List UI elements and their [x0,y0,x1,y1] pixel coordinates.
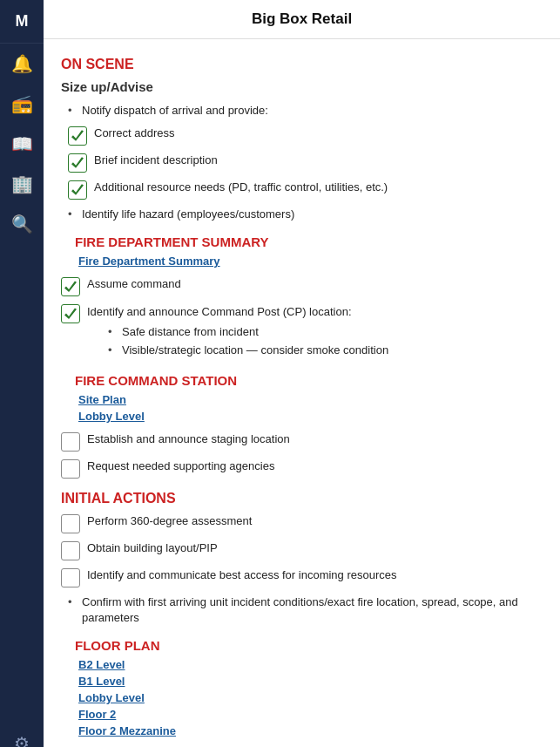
checkbox-brief-incident-box[interactable] [68,153,87,173]
floor-2-link[interactable]: Floor 2 [78,708,543,721]
checked-items-group: Correct address Brief incident descripti… [68,126,543,200]
checkbox-best-access[interactable]: Identify and communicate best access for… [61,567,543,587]
checkbox-assessment[interactable]: Perform 360-degree assessment [61,513,543,533]
cp-sub-bullet-2: Visible/strategic location — consider sm… [108,343,543,358]
checkbox-additional-resources-label: Additional resource needs (PD, traffic c… [94,180,543,195]
fire-command-indented: FIRE COMMAND STATION Site Plan Lobby Lev… [75,373,543,423]
lobby-level-floor-link[interactable]: Lobby Level [78,691,543,704]
floor-plan-section: FLOOR PLAN B2 Level B1 Level Lobby Level… [61,638,543,737]
checkbox-staging[interactable]: Establish and announce staging location [61,431,543,452]
b1-level-link[interactable]: B1 Level [78,675,543,688]
fire-dept-summary-section: FIRE DEPARTMENT SUMMARY Fire Department … [61,234,543,361]
checkbox-additional-resources[interactable]: Additional resource needs (PD, traffic c… [68,180,543,200]
checkbox-correct-address-label: Correct address [94,126,543,141]
site-plan-link[interactable]: Site Plan [78,393,543,406]
life-hazard-bullet: Identify life hazard (employees/customer… [68,207,543,222]
floor-plan-heading: FLOOR PLAN [75,638,543,653]
lobby-level-link[interactable]: Lobby Level [78,410,543,423]
life-hazard-list: Identify life hazard (employees/customer… [61,207,543,222]
fire-dept-summary-indented: FIRE DEPARTMENT SUMMARY Fire Department … [75,234,543,268]
checkbox-supporting-agencies-box[interactable] [61,459,80,479]
notify-list: Notify dispatch of arrival and provide: [61,103,543,119]
checkbox-assessment-label: Perform 360-degree assessment [87,513,543,529]
checkbox-staging-label: Establish and announce staging location [87,431,543,447]
checkbox-identify-cp-box[interactable] [61,304,80,323]
header: Big Box Retail [44,0,560,39]
alert-icon[interactable]: 🔔 [0,44,44,84]
logo-letter: M [16,12,29,31]
checkbox-supporting-agencies[interactable]: Request needed supporting agencies [61,458,543,479]
cp-sub-bullet-1: Safe distance from incident [108,324,543,340]
floor-plan-indented: FLOOR PLAN B2 Level B1 Level Lobby Level… [75,638,543,737]
cp-sub-bullets: Safe distance from incident Visible/stra… [87,324,543,358]
checkbox-building-layout-label: Obtain building layout/PIP [87,540,543,556]
confirm-bullet: Confirm with first arriving unit inciden… [68,594,543,626]
checkbox-assume-command-box[interactable] [61,277,80,296]
checkbox-staging-box[interactable] [61,432,80,452]
checkbox-building-layout-box[interactable] [61,541,80,560]
radio-icon[interactable]: 📻 [0,84,44,124]
b2-level-link[interactable]: B2 Level [78,658,543,671]
checkbox-best-access-label: Identify and communicate best access for… [87,567,543,583]
checkbox-brief-incident[interactable]: Brief incident description [68,153,543,173]
checkbox-identify-cp[interactable]: Identify and announce Command Post (CP) … [61,303,543,361]
floor-2-mezzanine-link[interactable]: Floor 2 Mezzanine [78,724,543,737]
initial-actions-heading: INITIAL ACTIONS [61,491,543,506]
checkbox-additional-resources-box[interactable] [68,180,87,200]
identify-cp-content: Identify and announce Command Post (CP) … [87,303,543,361]
fire-command-station-heading: FIRE COMMAND STATION [75,373,543,388]
checkbox-assume-command-label: Assume command [87,276,543,292]
content-area: ON SCENE Size up/Advise Notify dispatch … [44,39,560,747]
size-up-heading: Size up/Advise [61,79,543,94]
checkbox-best-access-box[interactable] [61,568,80,587]
checkbox-assessment-box[interactable] [61,514,80,533]
checkbox-assume-command[interactable]: Assume command [61,276,543,296]
page-title: Big Box Retail [252,10,352,27]
sidebar: M 🔔 📻 📖 🏢 🔍 ⚙ [0,0,44,747]
settings-icon[interactable]: ⚙ [0,723,44,747]
checkbox-building-layout[interactable]: Obtain building layout/PIP [61,540,543,560]
on-scene-heading: ON SCENE [61,57,543,72]
initial-actions-section: INITIAL ACTIONS Perform 360-degree asses… [61,491,543,626]
checkbox-correct-address-box[interactable] [68,126,87,146]
book-icon[interactable]: 📖 [0,124,44,164]
checkbox-supporting-agencies-label: Request needed supporting agencies [87,458,543,474]
checkbox-identify-cp-label: Identify and announce Command Post (CP) … [87,305,352,318]
fire-dept-summary-heading: FIRE DEPARTMENT SUMMARY [75,234,543,249]
main-panel: Big Box Retail ON SCENE Size up/Advise N… [44,0,560,747]
sidebar-logo[interactable]: M [0,0,44,44]
building-icon[interactable]: 🏢 [0,164,44,204]
checkbox-correct-address[interactable]: Correct address [68,126,543,146]
search-icon[interactable]: 🔍 [0,204,44,244]
checkbox-brief-incident-label: Brief incident description [94,153,543,168]
fire-dept-summary-link[interactable]: Fire Department Summary [78,255,543,268]
confirm-list: Confirm with first arriving unit inciden… [61,594,543,626]
notify-bullet: Notify dispatch of arrival and provide: [68,103,543,119]
on-scene-section: ON SCENE Size up/Advise Notify dispatch … [61,57,543,222]
fire-command-section: FIRE COMMAND STATION Site Plan Lobby Lev… [61,373,543,479]
